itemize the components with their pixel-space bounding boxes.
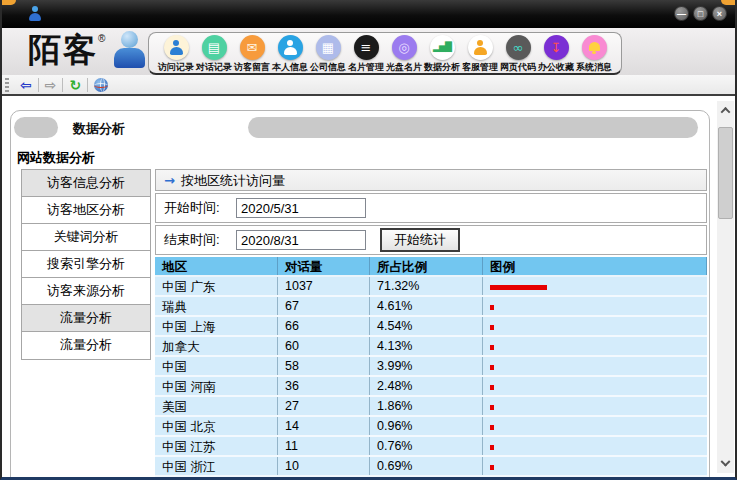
region-cell: 中国 江苏 bbox=[155, 437, 278, 455]
start-statistics-button[interactable]: 开始统计 bbox=[380, 228, 460, 252]
toolbar-grip-handle[interactable] bbox=[5, 78, 9, 92]
globe-icon[interactable] bbox=[94, 78, 108, 92]
conversations-cell: 10 bbox=[278, 457, 370, 475]
nav-refresh-button[interactable]: ↻ bbox=[63, 77, 87, 93]
bell-icon bbox=[582, 35, 607, 60]
icon-glyph: ◎ bbox=[398, 41, 409, 54]
region-cell: 中国 河南 bbox=[155, 377, 278, 395]
toolbar-item-my-info[interactable]: 本人信息 bbox=[271, 35, 309, 74]
tab-strip-right-capsule bbox=[248, 117, 698, 138]
toolbar-item-webpage-code[interactable]: ∞网页代码 bbox=[499, 35, 537, 74]
brand-logo-text: 陌客 bbox=[28, 30, 98, 70]
legend-bar bbox=[490, 365, 494, 370]
sidebar-item-关键词分析[interactable]: 关键词分析 bbox=[22, 224, 150, 251]
percent-cell: 4.13% bbox=[370, 337, 483, 355]
percent-cell: 0.96% bbox=[370, 417, 483, 435]
toolbar-item-label: 数据分析 bbox=[424, 61, 460, 74]
toolbar-item-office-favorites[interactable]: ↧办公收藏 bbox=[537, 35, 575, 74]
legend-cell bbox=[483, 357, 707, 375]
brand-avatar-icon bbox=[113, 30, 147, 70]
registered-mark: ® bbox=[98, 33, 105, 44]
chevron-down-icon bbox=[721, 456, 731, 466]
main-panel: →按地区统计访问量 开始时间: 结束时间: 开始统计 地区对话量所占比例图例 中… bbox=[155, 169, 707, 477]
building-icon: ▦ bbox=[316, 35, 341, 60]
end-time-row: 结束时间: 开始统计 bbox=[155, 225, 707, 255]
minimize-button[interactable]: — bbox=[674, 6, 689, 21]
conversations-cell: 67 bbox=[278, 297, 370, 315]
table-row: 中国 浙江100.69% bbox=[155, 457, 707, 477]
conversations-cell: 66 bbox=[278, 317, 370, 335]
legend-cell bbox=[483, 297, 707, 315]
toolbar-item-label: 客服管理 bbox=[462, 61, 498, 74]
table-row: 中国583.99% bbox=[155, 357, 707, 377]
table-header-row: 地区对话量所占比例图例 bbox=[155, 257, 707, 277]
nav-forward-button[interactable]: ⇨ bbox=[39, 77, 63, 93]
legend-bar bbox=[490, 425, 494, 430]
person-icon bbox=[164, 35, 189, 60]
toolbar-item-chat-records[interactable]: ▤对话记录 bbox=[195, 35, 233, 74]
envelope-icon: ✉ bbox=[240, 35, 265, 60]
sidebar-item-访客信息分析[interactable]: 访客信息分析 bbox=[22, 170, 150, 197]
start-time-label: 开始时间: bbox=[164, 199, 236, 217]
end-date-input[interactable] bbox=[236, 230, 366, 250]
table-row: 中国 河南362.48% bbox=[155, 377, 707, 397]
nav-back-button[interactable]: ⇦ bbox=[14, 77, 38, 93]
legend-cell bbox=[483, 457, 707, 475]
column-header: 图例 bbox=[483, 257, 707, 275]
icon-glyph: ✉ bbox=[247, 41, 258, 54]
title-bar: —□× bbox=[2, 0, 735, 28]
legend-cell bbox=[483, 317, 707, 335]
conversations-cell: 14 bbox=[278, 417, 370, 435]
close-button[interactable]: × bbox=[712, 6, 727, 21]
legend-bar bbox=[490, 345, 494, 350]
maximize-button[interactable]: □ bbox=[693, 6, 708, 21]
toolbar-item-service-management[interactable]: 客服管理 bbox=[461, 35, 499, 74]
legend-cell bbox=[483, 277, 707, 295]
scroll-up-button[interactable] bbox=[717, 101, 734, 119]
toolbar-item-cd-card[interactable]: ◎光盘名片 bbox=[385, 35, 423, 74]
app-person-icon bbox=[28, 6, 42, 22]
link-icon: ∞ bbox=[506, 35, 531, 60]
toolbar-item-label: 名片管理 bbox=[348, 61, 384, 74]
sidebar-item-流量分析[interactable]: 流量分析 bbox=[22, 332, 150, 359]
toolbar-icon-box: 访问记录▤对话记录✉访客留言本人信息▦公司信息≡名片管理◎光盘名片▂▅█数据分析… bbox=[148, 32, 622, 75]
legend-cell bbox=[483, 417, 707, 435]
region-cell: 中国 北京 bbox=[155, 417, 278, 435]
toolbar-item-label: 光盘名片 bbox=[386, 61, 422, 74]
brand-logo: 陌客 ® bbox=[28, 30, 147, 70]
region-cell: 中国 广东 bbox=[155, 277, 278, 295]
toolbar-item-system-messages[interactable]: 系统消息 bbox=[575, 35, 613, 74]
table-row: 中国 北京140.96% bbox=[155, 417, 707, 437]
toolbar-item-visit-records[interactable]: 访问记录 bbox=[157, 35, 195, 74]
legend-bar bbox=[490, 385, 494, 390]
analysis-sidebar: 访客信息分析访客地区分析关键词分析搜索引擎分析访客来源分析流量分析流量分析 bbox=[21, 169, 151, 360]
main-toolbar: 陌客 ® 访问记录▤对话记录✉访客留言本人信息▦公司信息≡名片管理◎光盘名片▂▅… bbox=[2, 28, 735, 75]
table-row: 中国 上海664.54% bbox=[155, 317, 707, 337]
person-glyph bbox=[169, 40, 184, 55]
toolbar-item-visitor-messages[interactable]: ✉访客留言 bbox=[233, 35, 271, 74]
percent-cell: 1.86% bbox=[370, 397, 483, 415]
sidebar-item-流量分析[interactable]: 流量分析 bbox=[22, 305, 150, 332]
sidebar-item-访客地区分析[interactable]: 访客地区分析 bbox=[22, 197, 150, 224]
percent-cell: 71.32% bbox=[370, 277, 483, 295]
conversations-cell: 58 bbox=[278, 357, 370, 375]
stats-table-body: 中国 广东103771.32%瑞典674.61%中国 上海664.54%加拿大6… bbox=[155, 277, 707, 477]
column-header: 所占比例 bbox=[370, 257, 483, 275]
legend-cell bbox=[483, 397, 707, 415]
scroll-down-button[interactable] bbox=[717, 455, 734, 473]
percent-cell: 0.69% bbox=[370, 457, 483, 475]
icon-glyph: ▦ bbox=[322, 41, 334, 54]
sidebar-item-搜索引擎分析[interactable]: 搜索引擎分析 bbox=[22, 251, 150, 278]
disc-icon: ◎ bbox=[392, 35, 417, 60]
region-cell: 中国 浙江 bbox=[155, 457, 278, 475]
corner-accent-right bbox=[721, 0, 735, 5]
tab-data-analysis[interactable]: 数据分析 bbox=[73, 120, 125, 138]
toolbar-item-card-management[interactable]: ≡名片管理 bbox=[347, 35, 385, 74]
scrollbar-thumb[interactable] bbox=[718, 127, 733, 219]
start-date-input[interactable] bbox=[236, 198, 366, 218]
percent-cell: 4.61% bbox=[370, 297, 483, 315]
toolbar-item-data-analysis[interactable]: ▂▅█数据分析 bbox=[423, 35, 461, 74]
toolbar-item-company-info[interactable]: ▦公司信息 bbox=[309, 35, 347, 74]
sidebar-item-访客来源分析[interactable]: 访客来源分析 bbox=[22, 278, 150, 305]
table-row: 美国271.86% bbox=[155, 397, 707, 417]
